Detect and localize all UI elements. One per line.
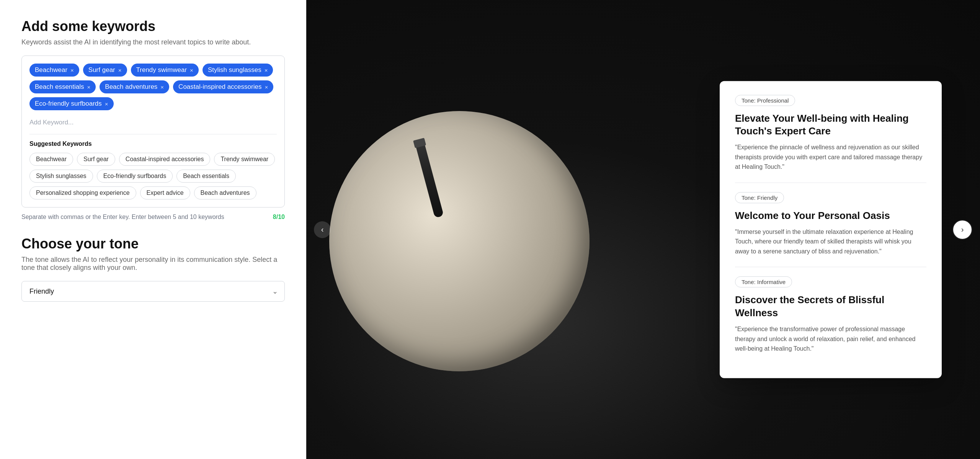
suggested-section: Suggested Keywords BeachwearSurf gearCoa… xyxy=(29,134,277,199)
card-quote-1: "Immerse yourself in the ultimate relaxa… xyxy=(735,227,926,256)
suggested-tag-coastal-inspired-accessories[interactable]: Coastal-inspired accessories xyxy=(119,153,211,166)
keyword-hint: Separate with commas or the Enter key. E… xyxy=(21,214,224,221)
tone-badge-label-1: Tone: Friendly xyxy=(735,192,784,203)
suggested-tag-eco-friendly-surfboards[interactable]: Eco-friendly surfboards xyxy=(97,170,173,183)
suggested-tag-beach-essentials[interactable]: Beach essentials xyxy=(176,170,236,183)
tag-remove-beach-essentials[interactable]: × xyxy=(87,84,91,90)
keywords-subtitle: Keywords assist the AI in identifying th… xyxy=(21,38,285,46)
tag-eco-friendly: Eco-friendly surfboards × xyxy=(29,97,114,110)
keyword-count: 8/10 xyxy=(273,214,285,221)
nav-arrow-right[interactable]: › xyxy=(952,220,972,240)
tag-beachwear: Beachwear × xyxy=(29,64,79,77)
suggested-tag-beachwear[interactable]: Beachwear xyxy=(29,153,73,166)
tag-label: Beach essentials xyxy=(35,83,84,91)
add-keyword-input[interactable] xyxy=(29,117,277,128)
tag-beach-essentials: Beach essentials × xyxy=(29,80,96,93)
tag-surf-gear: Surf gear × xyxy=(83,64,127,77)
tone-badge-label-2: Tone: Informative xyxy=(735,276,792,287)
tag-beach-adventures: Beach adventures × xyxy=(100,80,169,93)
nav-arrow-left[interactable]: ‹ xyxy=(314,221,331,238)
bowl-shape xyxy=(329,111,590,371)
tag-remove-trendy-swimwear[interactable]: × xyxy=(190,67,193,73)
card-title-1: Welcome to Your Personal Oasis xyxy=(735,209,926,222)
tag-label: Trendy swimwear xyxy=(136,66,187,74)
card-quote-2: "Experience the transformative power of … xyxy=(735,324,926,354)
tag-remove-beach-adventures[interactable]: × xyxy=(160,84,164,90)
keyword-footer: Separate with commas or the Enter key. E… xyxy=(21,214,285,221)
suggested-tag-stylish-sunglasses[interactable]: Stylish sunglasses xyxy=(29,170,93,183)
tag-label: Beachwear xyxy=(35,66,67,74)
keywords-box: Beachwear ×Surf gear ×Trendy swimwear ×S… xyxy=(21,56,285,207)
right-panel: ‹ › Tone: Professional Elevate Your Well… xyxy=(306,0,980,459)
tone-select-wrapper: ProfessionalFriendlyInformativeCasualFor… xyxy=(21,281,285,302)
chevron-right-icon: › xyxy=(961,225,964,234)
tag-label: Coastal-inspired accessories xyxy=(178,83,261,91)
tag-label: Stylish sunglasses xyxy=(208,66,261,74)
suggested-tags: BeachwearSurf gearCoastal-inspired acces… xyxy=(29,153,277,199)
tag-remove-coastal-inspired[interactable]: × xyxy=(265,84,268,90)
tag-remove-eco-friendly[interactable]: × xyxy=(105,101,108,107)
suggested-tag-beach-adventures[interactable]: Beach adventures xyxy=(194,186,256,199)
tone-select[interactable]: ProfessionalFriendlyInformativeCasualFor… xyxy=(21,281,285,302)
tag-remove-beachwear[interactable]: × xyxy=(70,67,74,73)
tone-badge-1: Tone: Friendly xyxy=(735,192,926,209)
chevron-left-icon: ‹ xyxy=(321,225,324,234)
content-card: Tone: Professional Elevate Your Well-bei… xyxy=(720,81,942,378)
keywords-title: Add some keywords xyxy=(21,18,285,34)
tag-remove-surf-gear[interactable]: × xyxy=(118,67,122,73)
suggested-tag-personalized-shopping-experience[interactable]: Personalized shopping experience xyxy=(29,186,136,199)
tone-badge-2: Tone: Informative xyxy=(735,276,926,294)
tag-stylish-sunglasses: Stylish sunglasses × xyxy=(203,64,273,77)
tone-title: Choose your tone xyxy=(21,236,285,252)
tool-shape xyxy=(415,142,444,218)
suggested-tag-trendy-swimwear[interactable]: Trendy swimwear xyxy=(214,153,275,166)
suggested-tag-expert-advice[interactable]: Expert advice xyxy=(140,186,190,199)
tone-badge-label-0: Tone: Professional xyxy=(735,95,795,106)
tag-coastal-inspired: Coastal-inspired accessories × xyxy=(173,80,273,93)
tone-subtitle: The tone allows the AI to reflect your p… xyxy=(21,256,285,272)
tag-remove-stylish-sunglasses[interactable]: × xyxy=(265,67,268,73)
tag-label: Beach adventures xyxy=(105,83,157,91)
left-panel: Add some keywords Keywords assist the AI… xyxy=(0,0,306,459)
card-quote-0: "Experience the pinnacle of wellness and… xyxy=(735,142,926,172)
tool-tip xyxy=(413,137,426,148)
card-title-0: Elevate Your Well-being with Healing Tou… xyxy=(735,112,926,138)
tags-area: Beachwear ×Surf gear ×Trendy swimwear ×S… xyxy=(29,64,277,110)
tag-label: Surf gear xyxy=(88,66,115,74)
suggested-title: Suggested Keywords xyxy=(29,140,277,147)
tone-badge-0: Tone: Professional xyxy=(735,95,926,112)
card-title-2: Discover the Secrets of Blissful Wellnes… xyxy=(735,294,926,320)
suggested-tag-surf-gear[interactable]: Surf gear xyxy=(77,153,115,166)
tag-label: Eco-friendly surfboards xyxy=(35,100,102,108)
tag-trendy-swimwear: Trendy swimwear × xyxy=(131,64,199,77)
